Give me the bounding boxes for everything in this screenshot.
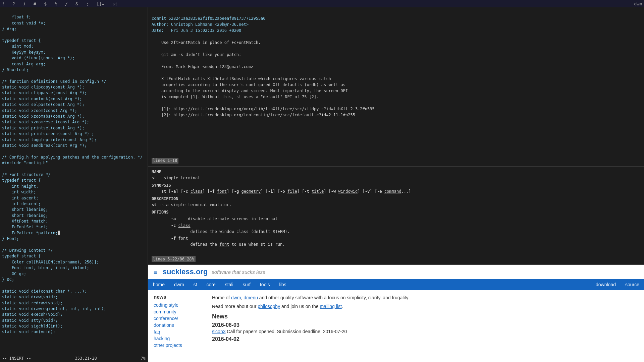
link-slcon3[interactable]: slcon3 <box>212 329 225 334</box>
code-line: static void clipcopy(const Arg *); <box>2 85 85 89</box>
sidebar-section-title: news <box>154 294 200 300</box>
code-line: Color col[MAX(LEN(colorname), 256)]; <box>2 260 99 264</box>
news-title: News <box>212 313 637 320</box>
topbar-right: dwm <box>634 1 642 6</box>
code-line: static void xzoomabs(const Arg *); <box>2 114 85 119</box>
sidebar-link-conference[interactable]: conference/ <box>154 316 200 321</box>
code-line: KeySym keysym; <box>2 50 46 55</box>
code-line: static void xzoomreset(const Arg *); <box>2 120 89 124</box>
code-line: static void clippaste(const Arg *); <box>2 90 87 95</box>
git-status-bar: lines 1-18 <box>152 158 178 164</box>
vim-position: 353,21-28 <box>75 356 97 361</box>
man-synopsis-content: st [-a] [-c class] [-f font] [-g geometr… <box>152 188 641 194</box>
nav-source[interactable]: source <box>621 280 644 289</box>
nav-tools[interactable]: tools <box>255 280 275 289</box>
vim-mode: -- INSERT -- <box>2 356 31 361</box>
nav-libs[interactable]: libs <box>275 280 291 289</box>
web-intro-2: Read more about our philosophy and join … <box>212 303 637 310</box>
code-line: static void drawregion(int, int, int, in… <box>2 306 106 311</box>
code-line: static void printscreen(const Arg *) ; <box>2 131 94 136</box>
web-logo[interactable]: suckless.org <box>163 267 208 276</box>
code-line: static void toggleprinter(const Arg *); <box>2 137 97 142</box>
git-author-line: Author: Christoph Lohmann <20h@r-36.net> <box>152 22 249 27</box>
man-status-text: lines 5-22/86 28% <box>153 257 194 261</box>
sidebar-link-hacking[interactable]: hacking <box>154 336 200 341</box>
man-status-bar: lines 5-22/86 28% <box>152 256 196 262</box>
nav-core[interactable]: core <box>202 280 220 289</box>
vim-status-bar: -- INSERT -- 353,21-28 7% <box>0 355 148 362</box>
code-line: static void numlock(const Arg *); <box>2 97 82 101</box>
man-option-a: -a disable alternate screens in terminal <box>152 216 641 222</box>
code-line: GC gc; <box>2 272 26 276</box>
code-line: XftFont *match; <box>2 219 48 224</box>
code-line: typedef struct { <box>2 178 41 183</box>
git-pane[interactable]: commit 528241aa3835e2f1f052abeeaf8917377… <box>148 7 644 166</box>
code-line: int height; <box>2 184 38 189</box>
code-line: int ascent; <box>2 196 38 200</box>
code-line: } DC; <box>2 277 14 282</box>
git-date-line: Date: Fri Jun 3 15:02:32 2016 +0200 <box>152 28 241 33</box>
code-line: static void selpaste(const Arg *); <box>2 102 85 107</box>
link-dwm[interactable]: dwm <box>231 295 241 300</box>
web-tagline: software that sucks less <box>212 269 265 275</box>
git-content: commit 528241aa3835e2f1f052abeeaf8917377… <box>152 9 641 124</box>
web-main: Home of dwm, dmenu and other quality sof… <box>205 290 644 362</box>
vim-editor[interactable]: float f; const void *v; } Arg; typedef s… <box>0 7 148 362</box>
code-line: static void redraw(void); <box>2 301 63 305</box>
code-line: const Arg arg; <box>2 62 46 66</box>
web-content: news coding style community conference/ … <box>148 290 644 362</box>
nav-download[interactable]: download <box>591 280 621 289</box>
news-date-2: 2016-04-02 <box>212 336 637 342</box>
man-options-section: OPTIONS <box>152 209 641 215</box>
code-line: } Font; <box>2 236 19 241</box>
topbar-items: ! ? ) # $ % / & ; []= st <box>2 1 117 6</box>
man-option-c: -c class defines the window class (defau… <box>152 223 641 235</box>
man-name-section: NAME <box>152 169 641 175</box>
man-name-content: st - simple terminal <box>152 175 641 181</box>
code-line: /* Drawing Context */ <box>2 248 53 253</box>
right-panel: commit 528241aa3835e2f1f052abeeaf8917377… <box>148 7 644 362</box>
git-status-text: lines 1-18 <box>153 158 177 163</box>
man-description-content: st is a simple terminal emulator. <box>152 202 641 208</box>
sidebar-link-faq[interactable]: faq <box>154 329 200 335</box>
sidebar-link-donations[interactable]: donations <box>154 322 200 328</box>
link-philosophy[interactable]: philosophy <box>258 304 280 309</box>
code-line: typedef struct { <box>2 38 41 43</box>
code-line: /* Font structure */ <box>2 172 51 177</box>
main-area: float f; const void *v; } Arg; typedef s… <box>0 7 644 362</box>
code-line: void (*func)(const Arg *); <box>2 56 75 60</box>
git-body: Use XftFontMatch in place of FcFontMatch… <box>152 40 375 117</box>
code-line: } Arg; <box>2 26 16 31</box>
code-line: uint mod; <box>2 44 34 49</box>
code-line: int descent; <box>2 201 41 206</box>
sidebar-link-community[interactable]: community <box>154 309 200 314</box>
web-pane: ≡ suckless.org software that sucks less … <box>148 265 644 362</box>
code-line: static void execsh(void); <box>2 312 63 317</box>
code-line: static void die(const char *, ...); <box>2 289 87 294</box>
sidebar-link-coding-style[interactable]: coding style <box>154 302 200 308</box>
hamburger-icon: ≡ <box>154 268 157 276</box>
code-line: static void sendbreak(const Arg *); <box>2 143 87 148</box>
code-line: static void run(void); <box>2 329 55 334</box>
code-line: const void *v; <box>2 21 46 25</box>
code-line: FcPattern *pattern;| <box>2 231 60 235</box>
man-pane[interactable]: NAME st - simple terminal SYNOPSIS st [-… <box>148 167 644 264</box>
nav-surf[interactable]: surf <box>238 280 255 289</box>
code-line: short lbearing; <box>2 207 48 212</box>
code-line: } Shortcut; <box>2 67 29 72</box>
sidebar-link-other-projects[interactable]: other projects <box>154 343 200 348</box>
web-intro-1: Home of dwm, dmenu and other quality sof… <box>212 294 637 301</box>
link-mailing-list[interactable]: mailing list <box>320 304 341 309</box>
code-line: static void stty(void); <box>2 318 58 323</box>
nav-stali[interactable]: stali <box>220 280 238 289</box>
link-dmenu[interactable]: dmenu <box>244 295 258 300</box>
web-sidebar: news coding style community conference/ … <box>148 290 205 362</box>
code-line: int width; <box>2 190 36 194</box>
nav-st[interactable]: st <box>189 280 202 289</box>
man-description-section: DESCRIPTION <box>152 196 641 202</box>
nav-home[interactable]: home <box>148 280 169 289</box>
web-header: ≡ suckless.org software that sucks less <box>148 265 644 279</box>
code-line: Font font, bfont, ifont, ibfont; <box>2 265 89 270</box>
nav-dwm[interactable]: dwm <box>169 280 189 289</box>
git-commit-line: commit 528241aa3835e2f1f052abeeaf8917377… <box>152 16 266 21</box>
